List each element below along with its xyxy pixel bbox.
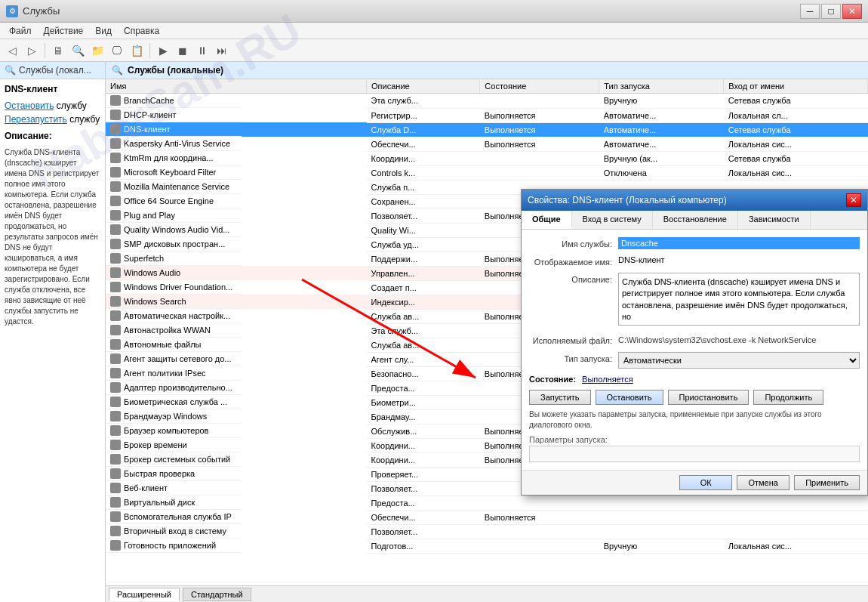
service-icon (110, 368, 121, 378)
startup-select[interactable]: Автоматически Вручную Отключена (618, 352, 860, 369)
dialog-tab-recovery[interactable]: Восстановление (653, 211, 738, 229)
service-icon (110, 454, 121, 465)
exec-row: Исполняемый файл: C:\Windows\system32\sv… (529, 334, 860, 346)
service-icon (110, 440, 121, 450)
service-name-value: Dnscache (618, 237, 860, 249)
apply-button[interactable]: Применить (794, 475, 860, 490)
service-icon (110, 239, 121, 249)
up-button[interactable]: 🖥 (49, 42, 67, 60)
col-name[interactable]: Имя (106, 79, 367, 94)
title-bar: ⚙ Службы ─ □ ✕ (0, 0, 868, 23)
resume-button[interactable]: Продолжить (753, 390, 823, 405)
sidebar-desc-label: Описание: (5, 131, 100, 141)
desc-label: Описание: (529, 273, 612, 284)
table-row[interactable]: Microsoft Keyboard FilterControls k...От… (106, 165, 868, 180)
service-icon (110, 167, 121, 178)
service-icon (110, 95, 121, 106)
window-title: Службы (23, 5, 60, 17)
display-name-value: DNS-клиент (618, 255, 860, 264)
col-account[interactable]: Вход от имени (724, 79, 868, 94)
service-icon (110, 468, 121, 479)
dialog-tabs: Общие Вход в систему Восстановление Зави… (522, 211, 867, 230)
action-buttons: Запустить Остановить Приостановить Продо… (529, 390, 860, 405)
service-icon (110, 110, 121, 120)
service-icon (110, 267, 121, 278)
menu-help[interactable]: Справка (118, 24, 165, 38)
service-icon (110, 382, 121, 393)
table-row[interactable]: DHCP-клиентРегистрир...ВыполняетсяАвтома… (106, 108, 868, 122)
status-value: Выполняется (582, 375, 633, 384)
title-bar-left: ⚙ Службы (6, 5, 60, 17)
sidebar-stop-row: Остановить службу (5, 100, 100, 111)
dialog-close-button[interactable]: ✕ (846, 193, 861, 207)
display-name-row: Отображаемое имя: DNS-клиент (529, 255, 860, 267)
menu-bar: Файл Действие Вид Справка (0, 23, 868, 39)
service-icon (110, 497, 121, 508)
properties-dialog: Свойства: DNS-клиент (Локальный компьюте… (521, 189, 868, 495)
service-icon (110, 540, 121, 551)
dialog-tab-deps[interactable]: Зависимости (738, 211, 811, 229)
menu-file[interactable]: Файл (3, 24, 38, 38)
restart-button[interactable]: ⏭ (213, 42, 231, 60)
startup-row: Тип запуска: Автоматически Вручную Отклю… (529, 352, 860, 369)
col-startup[interactable]: Тип запуска (599, 79, 724, 94)
table-row[interactable]: Готовность приложенийПодготов...ВручнуюЛ… (106, 539, 868, 553)
service-icon (110, 483, 121, 493)
startup-label: Тип запуска: (529, 352, 612, 363)
stop-button[interactable]: ◼ (174, 42, 192, 60)
col-status[interactable]: Состояние (480, 79, 599, 94)
table-row[interactable]: Вспомогательная служба IPОбеспечи...Выпо… (106, 510, 868, 524)
status-label: Состояние: (529, 375, 576, 384)
play-button[interactable]: ▶ (154, 42, 172, 60)
table-row[interactable]: DNS-клиентСлужба D...ВыполняетсяАвтомати… (106, 122, 868, 137)
dialog-tab-general[interactable]: Общие (522, 211, 572, 229)
cancel-button[interactable]: Отмена (737, 475, 790, 490)
sidebar-content: DNS-клиент Остановить службу Перезапусти… (0, 79, 105, 332)
stop-button[interactable]: Остановить (596, 390, 663, 405)
service-name-row: Имя службы: Dnscache (529, 237, 860, 249)
params-label: Параметры запуска: (529, 435, 860, 444)
sidebar-stop-link[interactable]: Остановить (5, 100, 54, 111)
start-button[interactable]: Запустить (529, 390, 591, 405)
export-button[interactable]: 📋 (128, 42, 146, 60)
sidebar-restart-link[interactable]: Перезапустить (5, 114, 67, 125)
table-row[interactable]: KtmRm для координа...Координи...Вручную … (106, 151, 868, 165)
search-button[interactable]: 🔍 (69, 42, 87, 60)
hint-text: Вы можете указать параметры запуска, при… (529, 409, 860, 431)
pause-button[interactable]: Приостановить (668, 390, 749, 405)
minimize-button[interactable]: ─ (800, 4, 820, 19)
service-icon (110, 124, 121, 134)
back-button[interactable]: ◁ (3, 42, 21, 60)
table-row[interactable]: Kaspersky Anti-Virus ServiceОбеспечи...В… (106, 137, 868, 151)
title-bar-controls: ─ □ ✕ (800, 4, 862, 19)
content-header-title: Службы (локальные) (128, 65, 223, 76)
desc-row: Описание: (529, 273, 860, 328)
col-desc[interactable]: Описание (367, 79, 480, 94)
forward-button[interactable]: ▷ (23, 42, 41, 60)
dialog-body: Имя службы: Dnscache Отображаемое имя: D… (522, 230, 867, 470)
exec-path: C:\Windows\system32\svchost.exe -k Netwo… (618, 334, 816, 346)
dialog-title: Свойства: DNS-клиент (Локальный компьюте… (528, 195, 727, 205)
menu-view[interactable]: Вид (89, 24, 118, 38)
tab-standard[interactable]: Стандартный (183, 588, 251, 601)
table-row[interactable]: Виртуальный дискПредоста... (106, 495, 868, 510)
service-icon (110, 253, 121, 264)
sidebar: 🔍 Службы (локал... DNS-клиент Остановить… (0, 62, 106, 602)
tab-extended[interactable]: Расширенный (109, 588, 180, 601)
console-button[interactable]: 🖵 (108, 42, 126, 60)
dialog-footer: ОК Отмена Применить (522, 470, 867, 495)
description-textarea[interactable] (618, 273, 860, 326)
maximize-button[interactable]: □ (821, 4, 841, 19)
pause-button[interactable]: ⏸ (193, 42, 211, 60)
service-icon (110, 181, 121, 192)
table-row[interactable]: BranchCacheЭта служб...ВручнуюСетевая сл… (106, 94, 868, 109)
dialog-tab-logon[interactable]: Вход в систему (572, 211, 653, 229)
params-input[interactable] (529, 446, 860, 462)
service-icon (110, 353, 121, 364)
close-button[interactable]: ✕ (842, 4, 862, 19)
folders-button[interactable]: 📁 (88, 42, 106, 60)
status-row: Состояние: Выполняется (529, 375, 860, 384)
menu-action[interactable]: Действие (38, 24, 90, 38)
ok-button[interactable]: ОК (679, 475, 732, 490)
table-row[interactable]: Вторичный вход в системуПозволяет... (106, 524, 868, 539)
